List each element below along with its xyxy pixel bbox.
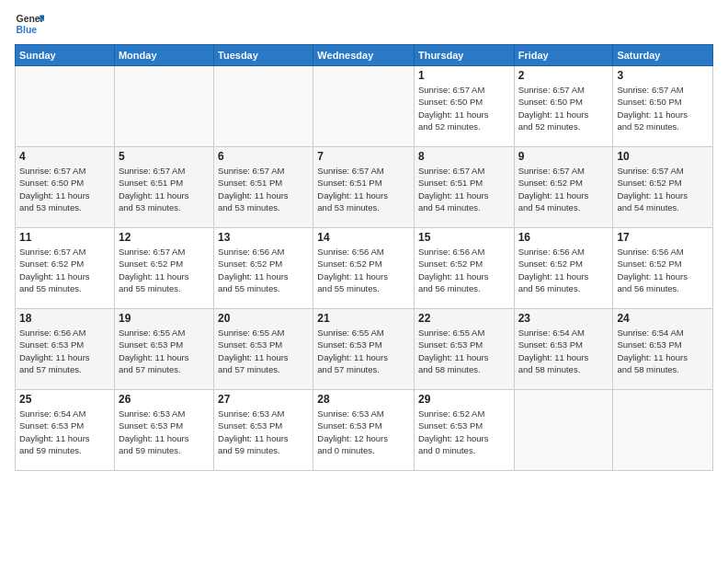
calendar-cell: 26Sunrise: 6:53 AM Sunset: 6:53 PM Dayli… [114, 390, 213, 471]
day-number: 24 [617, 312, 709, 325]
calendar-body: 1Sunrise: 6:57 AM Sunset: 6:50 PM Daylig… [16, 66, 713, 471]
calendar-cell: 8Sunrise: 6:57 AM Sunset: 6:51 PM Daylig… [414, 147, 514, 228]
day-info: Sunrise: 6:57 AM Sunset: 6:51 PM Dayligh… [218, 165, 309, 213]
day-info: Sunrise: 6:56 AM Sunset: 6:52 PM Dayligh… [317, 246, 410, 294]
calendar-week-row: 4Sunrise: 6:57 AM Sunset: 6:50 PM Daylig… [16, 147, 713, 228]
calendar-cell [214, 66, 313, 147]
calendar-cell: 19Sunrise: 6:55 AM Sunset: 6:53 PM Dayli… [114, 309, 213, 390]
day-number: 29 [418, 393, 510, 406]
day-number: 5 [119, 150, 210, 163]
calendar-cell: 12Sunrise: 6:57 AM Sunset: 6:52 PM Dayli… [114, 228, 213, 309]
header: General Blue [15, 9, 713, 39]
day-number: 17 [617, 231, 709, 244]
day-info: Sunrise: 6:57 AM Sunset: 6:51 PM Dayligh… [418, 165, 510, 213]
day-number: 20 [218, 312, 309, 325]
calendar-table: SundayMondayTuesdayWednesdayThursdayFrid… [15, 44, 713, 471]
day-info: Sunrise: 6:55 AM Sunset: 6:53 PM Dayligh… [418, 327, 510, 375]
day-info: Sunrise: 6:55 AM Sunset: 6:53 PM Dayligh… [218, 327, 309, 375]
day-of-week-header: Saturday [613, 45, 713, 66]
calendar-cell [114, 66, 213, 147]
calendar-cell: 28Sunrise: 6:53 AM Sunset: 6:53 PM Dayli… [313, 390, 415, 471]
calendar-cell [514, 390, 613, 471]
day-number: 15 [418, 231, 510, 244]
calendar-cell: 2Sunrise: 6:57 AM Sunset: 6:50 PM Daylig… [514, 66, 613, 147]
day-number: 2 [518, 69, 609, 82]
day-number: 21 [317, 312, 410, 325]
day-number: 10 [617, 150, 709, 163]
calendar-week-row: 18Sunrise: 6:56 AM Sunset: 6:53 PM Dayli… [16, 309, 713, 390]
day-info: Sunrise: 6:53 AM Sunset: 6:53 PM Dayligh… [119, 408, 210, 456]
day-number: 28 [317, 393, 410, 406]
day-number: 22 [418, 312, 510, 325]
day-of-week-header: Sunday [16, 45, 115, 66]
calendar-cell: 24Sunrise: 6:54 AM Sunset: 6:53 PM Dayli… [613, 309, 713, 390]
day-info: Sunrise: 6:57 AM Sunset: 6:52 PM Dayligh… [119, 246, 210, 294]
day-number: 16 [518, 231, 609, 244]
day-info: Sunrise: 6:57 AM Sunset: 6:50 PM Dayligh… [617, 84, 709, 132]
day-info: Sunrise: 6:53 AM Sunset: 6:53 PM Dayligh… [218, 408, 309, 456]
calendar-cell: 5Sunrise: 6:57 AM Sunset: 6:51 PM Daylig… [114, 147, 213, 228]
day-number: 25 [19, 393, 110, 406]
day-number: 7 [317, 150, 410, 163]
calendar-week-row: 25Sunrise: 6:54 AM Sunset: 6:53 PM Dayli… [16, 390, 713, 471]
day-info: Sunrise: 6:57 AM Sunset: 6:51 PM Dayligh… [119, 165, 210, 213]
day-of-week-header: Friday [514, 45, 613, 66]
logo: General Blue [15, 9, 48, 39]
day-info: Sunrise: 6:57 AM Sunset: 6:52 PM Dayligh… [518, 165, 609, 213]
calendar-cell: 3Sunrise: 6:57 AM Sunset: 6:50 PM Daylig… [613, 66, 713, 147]
calendar-cell [313, 66, 415, 147]
day-of-week-header: Thursday [414, 45, 514, 66]
calendar-cell: 14Sunrise: 6:56 AM Sunset: 6:52 PM Dayli… [313, 228, 415, 309]
day-info: Sunrise: 6:53 AM Sunset: 6:53 PM Dayligh… [317, 408, 410, 456]
calendar-cell: 11Sunrise: 6:57 AM Sunset: 6:52 PM Dayli… [16, 228, 115, 309]
day-info: Sunrise: 6:56 AM Sunset: 6:52 PM Dayligh… [418, 246, 510, 294]
day-info: Sunrise: 6:57 AM Sunset: 6:52 PM Dayligh… [617, 165, 709, 213]
calendar-cell: 15Sunrise: 6:56 AM Sunset: 6:52 PM Dayli… [414, 228, 514, 309]
calendar-cell: 6Sunrise: 6:57 AM Sunset: 6:51 PM Daylig… [214, 147, 313, 228]
calendar-cell: 4Sunrise: 6:57 AM Sunset: 6:50 PM Daylig… [16, 147, 115, 228]
day-number: 9 [518, 150, 609, 163]
calendar-cell: 27Sunrise: 6:53 AM Sunset: 6:53 PM Dayli… [214, 390, 313, 471]
logo-icon: General Blue [15, 9, 44, 39]
day-number: 18 [19, 312, 110, 325]
calendar-cell: 7Sunrise: 6:57 AM Sunset: 6:51 PM Daylig… [313, 147, 415, 228]
day-number: 1 [418, 69, 510, 82]
day-number: 14 [317, 231, 410, 244]
day-of-week-header: Monday [114, 45, 213, 66]
day-number: 11 [19, 231, 110, 244]
day-number: 6 [218, 150, 309, 163]
day-info: Sunrise: 6:57 AM Sunset: 6:50 PM Dayligh… [418, 84, 510, 132]
calendar-cell: 29Sunrise: 6:52 AM Sunset: 6:53 PM Dayli… [414, 390, 514, 471]
day-info: Sunrise: 6:56 AM Sunset: 6:52 PM Dayligh… [617, 246, 709, 294]
calendar-cell: 16Sunrise: 6:56 AM Sunset: 6:52 PM Dayli… [514, 228, 613, 309]
calendar-week-row: 1Sunrise: 6:57 AM Sunset: 6:50 PM Daylig… [16, 66, 713, 147]
calendar-cell: 10Sunrise: 6:57 AM Sunset: 6:52 PM Dayli… [613, 147, 713, 228]
day-number: 3 [617, 69, 709, 82]
calendar-cell: 13Sunrise: 6:56 AM Sunset: 6:52 PM Dayli… [214, 228, 313, 309]
calendar-cell: 18Sunrise: 6:56 AM Sunset: 6:53 PM Dayli… [16, 309, 115, 390]
day-number: 26 [119, 393, 210, 406]
calendar-cell: 17Sunrise: 6:56 AM Sunset: 6:52 PM Dayli… [613, 228, 713, 309]
day-number: 4 [19, 150, 110, 163]
calendar-cell: 21Sunrise: 6:55 AM Sunset: 6:53 PM Dayli… [313, 309, 415, 390]
day-info: Sunrise: 6:54 AM Sunset: 6:53 PM Dayligh… [617, 327, 709, 375]
calendar-cell [16, 66, 115, 147]
day-info: Sunrise: 6:57 AM Sunset: 6:51 PM Dayligh… [317, 165, 410, 213]
day-info: Sunrise: 6:57 AM Sunset: 6:50 PM Dayligh… [19, 165, 110, 213]
calendar-cell: 1Sunrise: 6:57 AM Sunset: 6:50 PM Daylig… [414, 66, 514, 147]
calendar-cell: 20Sunrise: 6:55 AM Sunset: 6:53 PM Dayli… [214, 309, 313, 390]
svg-text:Blue: Blue [17, 25, 38, 35]
calendar-week-row: 11Sunrise: 6:57 AM Sunset: 6:52 PM Dayli… [16, 228, 713, 309]
day-info: Sunrise: 6:55 AM Sunset: 6:53 PM Dayligh… [317, 327, 410, 375]
day-of-week-header: Wednesday [313, 45, 415, 66]
calendar-cell: 25Sunrise: 6:54 AM Sunset: 6:53 PM Dayli… [16, 390, 115, 471]
day-info: Sunrise: 6:57 AM Sunset: 6:52 PM Dayligh… [19, 246, 110, 294]
calendar-cell: 22Sunrise: 6:55 AM Sunset: 6:53 PM Dayli… [414, 309, 514, 390]
page: General Blue SundayMondayTuesdayWednesda… [0, 0, 728, 480]
day-number: 27 [218, 393, 309, 406]
day-info: Sunrise: 6:52 AM Sunset: 6:53 PM Dayligh… [418, 408, 510, 456]
calendar-header-row: SundayMondayTuesdayWednesdayThursdayFrid… [16, 45, 713, 66]
day-info: Sunrise: 6:57 AM Sunset: 6:50 PM Dayligh… [518, 84, 609, 132]
day-info: Sunrise: 6:54 AM Sunset: 6:53 PM Dayligh… [19, 408, 110, 456]
calendar-cell: 9Sunrise: 6:57 AM Sunset: 6:52 PM Daylig… [514, 147, 613, 228]
